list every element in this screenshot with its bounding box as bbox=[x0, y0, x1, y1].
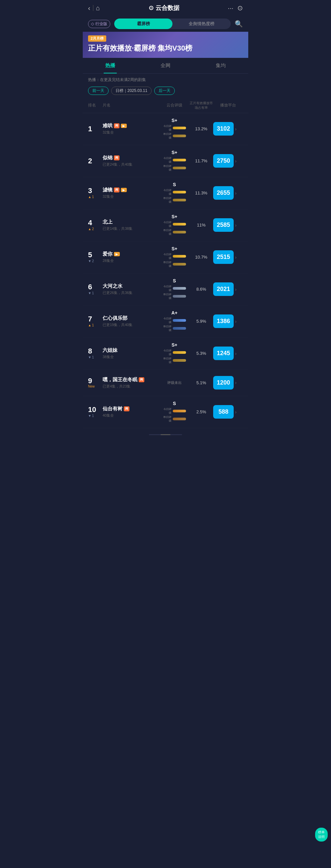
yesterday-label: 昨日评级 bbox=[163, 292, 171, 300]
drama-info: 仁心俱乐部 已更19集，共40集 bbox=[103, 315, 160, 328]
row-arrow-icon[interactable]: › bbox=[235, 409, 237, 415]
arrow-up-icon: ▲ bbox=[88, 227, 91, 231]
today-label: 今日评级 bbox=[163, 221, 171, 228]
table-row[interactable]: 8 ▼1 六姐妹 38集全 S+ 今日评级 昨日评级 bbox=[83, 338, 248, 370]
rank-block: 2 bbox=[88, 157, 103, 165]
share-value: 13.2% bbox=[195, 126, 208, 131]
search-icon[interactable]: 🔍 bbox=[235, 20, 243, 28]
rank-change: ▼1 bbox=[88, 414, 103, 417]
today-rating-row: 今日评级 bbox=[163, 285, 186, 292]
today-label: 今日评级 bbox=[163, 188, 171, 196]
rank-block: 3 ▲1 bbox=[88, 187, 103, 199]
drama-title: 滤镜 bbox=[103, 187, 113, 193]
more-icon[interactable]: ··· bbox=[228, 4, 233, 12]
industry-badge[interactable]: ◇ 行业版 bbox=[88, 20, 110, 28]
rating-grade: S bbox=[160, 401, 189, 406]
table-header: 排名 片名 云合评级 正片有效播放市场占有率 播放平台 bbox=[83, 98, 248, 113]
sub-tab-hot[interactable]: 热播 bbox=[83, 58, 138, 73]
today-label: 今日评级 bbox=[163, 124, 171, 132]
drama-title-row: 滤镜 网▶ bbox=[103, 187, 160, 193]
share-block: 2.5% bbox=[189, 409, 213, 414]
yesterday-rating-row: 昨日评级 bbox=[163, 260, 186, 268]
rating-grade: A+ bbox=[160, 310, 189, 315]
row-arrow-icon[interactable]: › bbox=[235, 158, 237, 164]
today-rating-row: 今日评级 bbox=[163, 407, 186, 415]
prev-day-button[interactable]: 前一天 bbox=[88, 87, 109, 95]
drama-title: 仁心俱乐部 bbox=[103, 315, 128, 321]
today-bar bbox=[173, 223, 186, 225]
score-value: 2655 bbox=[213, 186, 234, 200]
drama-title-row: 爱你 ▶ bbox=[103, 251, 160, 257]
current-date-button[interactable]: 日榜｜2025.03.11 bbox=[111, 87, 151, 95]
rank-change: ▼1 bbox=[88, 355, 103, 359]
row-arrow-icon[interactable]: › bbox=[235, 222, 237, 228]
share-block: 11.3% bbox=[189, 190, 213, 195]
row-arrow-icon[interactable]: › bbox=[235, 190, 237, 196]
drama-info: 滤镜 网▶ 32集全 bbox=[103, 187, 160, 199]
drama-title: 大河之水 bbox=[103, 283, 122, 289]
next-day-button[interactable]: 后一天 bbox=[154, 87, 175, 95]
row-arrow-icon[interactable]: › bbox=[235, 319, 237, 324]
rating-block: S 今日评级 昨日评级 bbox=[160, 182, 189, 204]
rank-change: ▲1 bbox=[88, 323, 103, 327]
col-platform-header: 播放平台 bbox=[213, 102, 243, 108]
rating-grade: S+ bbox=[160, 342, 189, 347]
drama-sub: 已更14集，共38集 bbox=[103, 226, 160, 231]
home-icon[interactable]: ⌂ bbox=[96, 4, 100, 12]
col-name-header: 片名 bbox=[103, 102, 160, 108]
rank-change: ▼2 bbox=[88, 259, 103, 263]
today-rating-row: 今日评级 bbox=[163, 156, 186, 164]
drama-sub: 已更4集，共23集 bbox=[103, 384, 160, 389]
rank-block: 10 ▼1 bbox=[88, 406, 103, 417]
row-arrow-icon[interactable]: › bbox=[235, 380, 237, 385]
today-bar bbox=[173, 287, 186, 290]
share-value: 2.5% bbox=[196, 409, 206, 414]
sub-tab-all[interactable]: 全网 bbox=[138, 58, 193, 73]
today-rating-row: 今日评级 bbox=[163, 253, 186, 260]
rank-block: 8 ▼1 bbox=[88, 347, 103, 359]
rating-grade: S+ bbox=[160, 118, 189, 123]
row-arrow-icon[interactable]: › bbox=[235, 255, 237, 260]
table-row[interactable]: 1 难哄 网▶ 32集全 S+ 今日评级 昨日评级 bbox=[83, 113, 248, 145]
back-icon[interactable]: ‹ bbox=[88, 4, 90, 12]
banner: 2月月榜 正片有效播放·霸屏榜 集均V30榜 bbox=[83, 32, 248, 58]
today-rating-row: 今日评级 bbox=[163, 317, 186, 324]
drama-sub: 38集全 bbox=[103, 354, 160, 360]
target-icon[interactable]: ⊙ bbox=[237, 4, 243, 12]
tab-baping[interactable]: 霸屏榜 bbox=[114, 19, 172, 29]
score-value: 1386 bbox=[213, 314, 234, 328]
rating-block: S+ 今日评级 昨日评级 bbox=[160, 118, 189, 140]
rank-number: 7 bbox=[88, 315, 103, 323]
rating-bar-wrap: 今日评级 昨日评级 bbox=[163, 188, 186, 204]
rating-block: S+ 今日评级 昨日评级 bbox=[160, 342, 189, 365]
sub-tab-avg[interactable]: 集均 bbox=[193, 58, 248, 73]
table-row[interactable]: 6 ▼1 大河之水 已更26集，共36集 S 今日评级 昨日评级 bbox=[83, 274, 248, 306]
table-row[interactable]: 7 ▲1 仁心俱乐部 已更19集，共40集 A+ 今日评级 昨日评级 bbox=[83, 306, 248, 338]
drama-title-row: 嘿，国王在冬眠 网 bbox=[103, 377, 160, 383]
today-rating-row: 今日评级 bbox=[163, 188, 186, 196]
banner-title: 正片有效播放·霸屏榜 集均V30榜 bbox=[88, 44, 243, 53]
score-block: 2750 › bbox=[213, 154, 243, 168]
rank-number: 10 bbox=[88, 406, 103, 413]
table-row[interactable]: 3 ▲1 滤镜 网▶ 32集全 S 今日评级 昨日评级 bbox=[83, 177, 248, 209]
row-arrow-icon[interactable]: › bbox=[235, 351, 237, 356]
row-arrow-icon[interactable]: › bbox=[235, 126, 237, 132]
today-bar bbox=[173, 191, 186, 193]
share-block: 11.7% bbox=[189, 158, 213, 163]
table-row[interactable]: 5 ▼2 爱你 ▶ 28集全 S+ 今日评级 昨日评级 bbox=[83, 241, 248, 274]
yesterday-rating-row: 昨日评级 bbox=[163, 325, 186, 332]
table-row[interactable]: 2 似锦 网 已更24集，共40集 S+ 今日评级 昨日评级 bbox=[83, 145, 248, 177]
row-arrow-icon[interactable]: › bbox=[235, 287, 237, 292]
tab-quyu[interactable]: 全舆情热度榜 bbox=[172, 19, 231, 29]
yesterday-rating-row: 昨日评级 bbox=[163, 292, 186, 300]
banner-tag: 2月月榜 bbox=[88, 35, 106, 42]
today-bar bbox=[173, 319, 186, 322]
today-bar bbox=[173, 351, 186, 354]
rating-block: A+ 今日评级 昨日评级 bbox=[160, 310, 189, 333]
table-row[interactable]: 9 New 嘿，国王在冬眠 网 已更4集，共23集 评级未出 5.1% 1200… bbox=[83, 370, 248, 396]
table-row[interactable]: 4 ▲2 北上 已更14集，共38集 S+ 今日评级 昨日评级 bbox=[83, 209, 248, 241]
yesterday-label: 昨日评级 bbox=[163, 196, 171, 204]
drama-info: 大河之水 已更26集，共36集 bbox=[103, 283, 160, 295]
scroll-indicator-area bbox=[83, 428, 248, 438]
table-row[interactable]: 10 ▼1 仙台有树 网 40集全 S 今日评级 昨日评级 bbox=[83, 396, 248, 428]
